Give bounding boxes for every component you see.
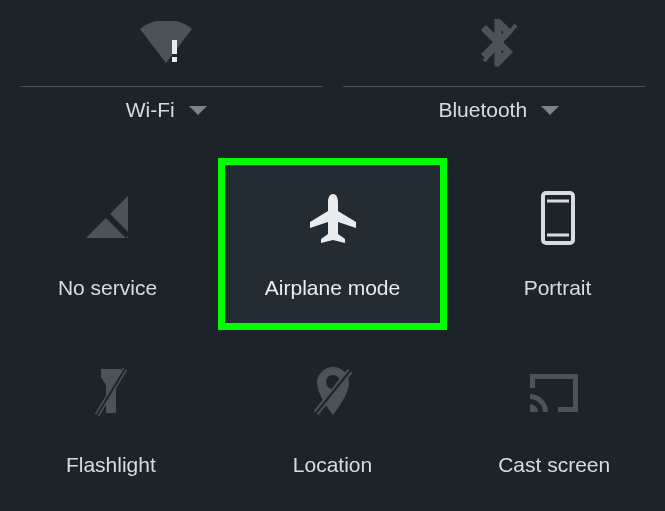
bluetooth-tile[interactable]: Bluetooth — [333, 0, 666, 155]
mid-row: No service Airplane mode Portrait — [0, 155, 665, 333]
portrait-icon — [538, 188, 578, 248]
no-service-tile[interactable]: No service — [0, 155, 215, 333]
flashlight-icon — [91, 363, 131, 423]
bluetooth-icon — [478, 15, 520, 70]
cast-icon — [526, 363, 582, 423]
portrait-tile[interactable]: Portrait — [450, 155, 665, 333]
location-icon — [310, 363, 356, 423]
quick-settings-panel: Wi-Fi Bluetooth — [0, 0, 665, 511]
svg-rect-1 — [172, 57, 177, 62]
location-label: Location — [293, 453, 372, 477]
no-service-label: No service — [58, 276, 157, 300]
location-tile[interactable]: Location — [222, 333, 444, 511]
cast-screen-label: Cast screen — [498, 453, 610, 477]
flashlight-label: Flashlight — [66, 453, 156, 477]
wifi-tile[interactable]: Wi-Fi — [0, 0, 333, 155]
portrait-label: Portrait — [524, 276, 592, 300]
signal-icon — [82, 188, 134, 248]
top-row-container: Wi-Fi Bluetooth — [0, 0, 665, 155]
bottom-row: Flashlight Location Cast screen — [0, 333, 665, 511]
bluetooth-label: Bluetooth — [438, 98, 527, 122]
bluetooth-dropdown[interactable]: Bluetooth — [438, 98, 559, 122]
top-row: Wi-Fi Bluetooth — [0, 0, 665, 155]
wifi-dropdown[interactable]: Wi-Fi — [126, 98, 207, 122]
flashlight-tile[interactable]: Flashlight — [0, 333, 222, 511]
airplane-mode-tile[interactable]: Airplane mode — [218, 158, 447, 330]
chevron-down-icon — [541, 106, 559, 115]
wifi-icon — [138, 15, 194, 70]
svg-rect-5 — [547, 201, 569, 235]
airplane-mode-label: Airplane mode — [265, 276, 400, 300]
chevron-down-icon — [189, 106, 207, 115]
svg-rect-0 — [172, 40, 177, 54]
cast-screen-tile[interactable]: Cast screen — [443, 333, 665, 511]
wifi-label: Wi-Fi — [126, 98, 175, 122]
airplane-icon — [307, 188, 359, 248]
